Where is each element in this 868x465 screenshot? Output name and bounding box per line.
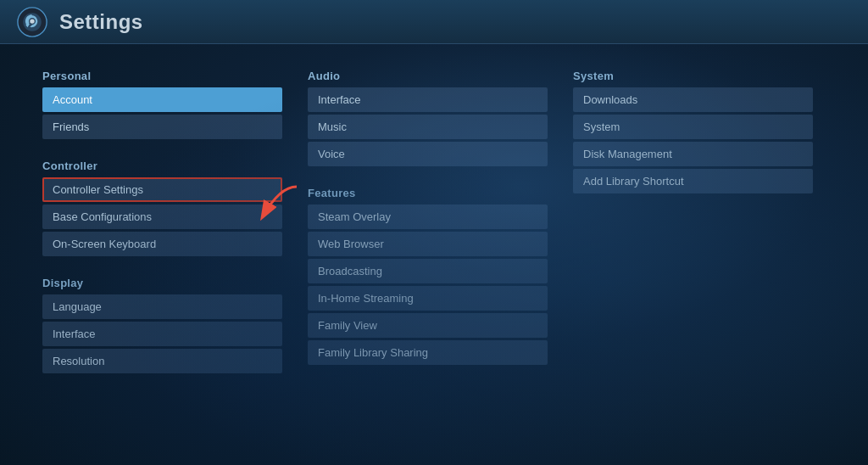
- svg-point-1: [30, 19, 34, 23]
- section-title-controller: Controller: [42, 160, 282, 172]
- section-features: Features Steam Overlay Web Browser Broad…: [308, 187, 548, 365]
- menu-item-controller-settings[interactable]: Controller Settings: [42, 177, 282, 202]
- section-title-audio: Audio: [308, 70, 548, 82]
- menu-item-resolution[interactable]: Resolution: [42, 349, 282, 373]
- section-personal: Personal Account Friends: [42, 70, 282, 139]
- menu-item-language[interactable]: Language: [42, 294, 282, 319]
- menu-item-voice[interactable]: Voice: [308, 142, 548, 166]
- menu-item-account[interactable]: Account: [42, 87, 282, 112]
- section-audio: Audio Interface Music Voice: [308, 70, 548, 166]
- menu-item-on-screen-keyboard[interactable]: On-Screen Keyboard: [42, 232, 282, 256]
- menu-item-friends[interactable]: Friends: [42, 115, 282, 139]
- settings-content: Personal Account Friends Controller Cont…: [0, 44, 868, 465]
- menu-item-interface-audio[interactable]: Interface: [308, 87, 548, 112]
- section-controller: Controller Controller Settings Base Conf…: [42, 160, 282, 256]
- column-2: Audio Interface Music Voice Features Ste…: [295, 70, 560, 440]
- menu-item-family-library-sharing[interactable]: Family Library Sharing: [308, 340, 548, 365]
- menu-item-disk-management[interactable]: Disk Management: [573, 142, 813, 166]
- steam-logo-icon: [17, 7, 47, 37]
- menu-item-broadcasting[interactable]: Broadcasting: [308, 259, 548, 283]
- column-3: System Downloads System Disk Management …: [560, 70, 826, 440]
- column-1: Personal Account Friends Controller Cont…: [42, 70, 295, 440]
- section-display: Display Language Interface Resolution: [42, 277, 282, 373]
- menu-item-web-browser[interactable]: Web Browser: [308, 232, 548, 256]
- page-title: Settings: [59, 10, 143, 34]
- menu-item-steam-overlay[interactable]: Steam Overlay: [308, 204, 548, 229]
- menu-item-base-configurations[interactable]: Base Configurations: [42, 204, 282, 229]
- section-system: System Downloads System Disk Management …: [573, 70, 813, 193]
- menu-item-interface-display[interactable]: Interface: [42, 322, 282, 346]
- section-title-display: Display: [42, 277, 282, 289]
- menu-item-add-library-shortcut[interactable]: Add Library Shortcut: [573, 169, 813, 193]
- section-title-system: System: [573, 70, 813, 82]
- menu-item-family-view[interactable]: Family View: [308, 313, 548, 338]
- section-title-personal: Personal: [42, 70, 282, 82]
- menu-item-in-home-streaming[interactable]: In-Home Streaming: [308, 286, 548, 311]
- header: Settings: [0, 0, 868, 44]
- menu-item-system[interactable]: System: [573, 115, 813, 139]
- menu-item-music[interactable]: Music: [308, 115, 548, 139]
- menu-item-downloads[interactable]: Downloads: [573, 87, 813, 112]
- section-title-features: Features: [308, 187, 548, 199]
